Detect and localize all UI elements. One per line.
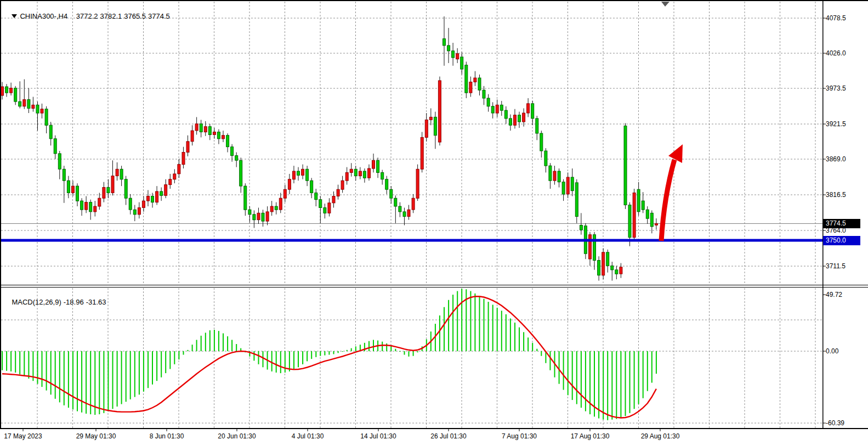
ohlc-close: 3774.5	[148, 12, 170, 20]
time-axis-label: 14 Jul 01:30	[360, 432, 396, 440]
symbol-menu-icon[interactable]	[12, 12, 18, 17]
macd-indicator-label: MACD(12,26,9)-18.96-31.63	[4, 290, 109, 314]
price-axis-label: 3711.5	[826, 262, 846, 270]
price-axis-label: 3869.0	[826, 155, 846, 163]
macd-axis-label: -60.39	[826, 419, 844, 427]
time-axis-label: 20 Jun 01:30	[218, 432, 256, 440]
chart-window: CHINA300-,H4 3772.23782.13765.53774.5 MA…	[0, 0, 868, 445]
time-axis-label: 17 May 2023	[4, 432, 42, 440]
time-axis-label: 7 Aug 01:30	[502, 432, 537, 440]
time-axis-label: 8 Jun 01:30	[150, 432, 184, 440]
price-axis-label: 4026.0	[826, 49, 846, 57]
ohlc-high: 3782.1	[100, 12, 122, 20]
price-axis-label: 3921.5	[826, 120, 846, 128]
ohlc-low: 3765.5	[124, 12, 146, 20]
price-axis-label: 4078.5	[826, 14, 846, 22]
current-price-tag: 3774.5	[823, 219, 860, 228]
time-axis-label: 17 Aug 01:30	[571, 432, 610, 440]
current-bar-marker-icon	[661, 2, 670, 7]
time-axis-label: 26 Jul 01:30	[430, 432, 466, 440]
chart-canvas[interactable]	[0, 0, 868, 445]
macd-main-value: -18.96	[64, 298, 84, 306]
price-axis-label: 3816.5	[826, 191, 846, 199]
macd-axis-label: 0.00	[826, 347, 838, 355]
macd-name: MACD(12,26,9)	[12, 298, 61, 306]
price-axis-label: 3973.5	[826, 85, 846, 92]
time-axis-label: 29 May 01:30	[76, 432, 116, 440]
time-axis-label: 29 Aug 01:30	[641, 432, 680, 440]
macd-signal-value: -31.63	[86, 298, 106, 306]
chart-title: CHINA300-,H4 3772.23782.13765.53774.5	[4, 4, 172, 29]
ohlc-open: 3772.2	[76, 12, 98, 20]
support-price-tag: 3750.0	[823, 236, 860, 245]
symbol-period-label: CHINA300-,H4	[20, 12, 67, 20]
macd-signal-line	[2, 296, 656, 418]
macd-axis-label: 49.72	[826, 291, 842, 298]
trend-arrow[interactable]	[661, 144, 683, 241]
grid-layer	[1, 2, 822, 428]
time-axis-label: 4 Jul 01:30	[292, 432, 324, 440]
spacer	[70, 12, 72, 20]
